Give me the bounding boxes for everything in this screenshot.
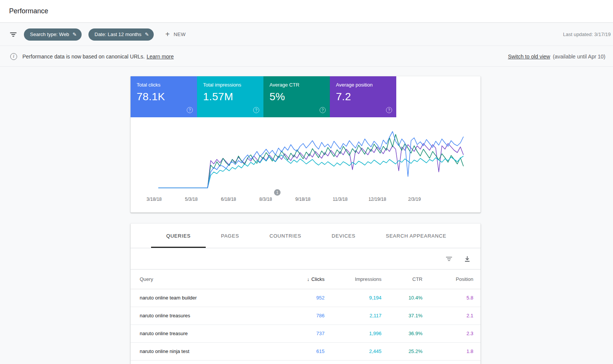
query-cell: naruto online treasures [131,307,268,325]
performance-chart-card: Total clicks 78.1K ? Total impressions 1… [131,76,481,213]
x-axis-label: 12/19/18 [369,197,386,202]
date-range-chip-label: Date: Last 12 months [95,32,142,37]
x-axis-label: 9/18/18 [295,197,310,202]
help-icon[interactable]: ? [253,107,259,113]
metric-label: Total impressions [203,82,263,88]
new-filter-label: NEW [174,32,186,37]
sort-desc-icon: ↓ [307,276,310,282]
app-header: Performance [0,0,613,23]
column-header-query[interactable]: Query [131,269,268,289]
clicks-value: 952 [268,289,325,307]
help-icon[interactable]: ? [320,107,326,113]
metric-label: Average CTR [269,82,330,88]
page-title: Performance [9,7,48,15]
clicks-value: 786 [268,307,325,325]
query-cell: naruto online ninja test [131,342,268,360]
performance-chart: 3/18/185/3/186/18/188/3/189/18/1811/3/18… [131,117,481,213]
x-axis-label: 8/3/18 [259,197,272,202]
clicks-value: 737 [268,325,325,342]
learn-more-link[interactable]: Learn more [147,54,174,60]
metric-value: 5% [269,91,330,103]
info-banner: i Performance data is now based on canon… [0,46,613,67]
x-axis-label: 6/18/18 [221,197,236,202]
ctr-value: 37.1% [381,307,422,325]
impressions-value: 9,194 [325,289,381,307]
plus-icon: + [165,30,170,39]
tab-search-appearance[interactable]: SEARCH APPEARANCE [370,224,462,248]
clicks-value: 615 [268,342,325,360]
table-row[interactable]: naruto online treasures7862,11737.1%2.1 [131,307,481,325]
search-type-chip[interactable]: Search type: Web ✎ [24,28,82,41]
dimensions-table-card: QUERIES PAGES COUNTRIES DEVICES SEARCH A… [131,224,481,364]
position-value: 5.8 [422,289,481,307]
metric-average-position[interactable]: Average position 7.2 ? [330,76,396,117]
impressions-value: 2,117 [325,307,381,325]
metric-label: Average position [336,82,396,88]
chart-annotation-badge[interactable]: 1 [274,189,280,196]
table-row[interactable]: naruto online team builder9529,19410.4%5… [131,289,481,307]
search-console-performance-page: Performance Search type: Web ✎ Date: Las… [0,0,613,364]
column-header-impressions[interactable]: Impressions [325,269,381,289]
new-filter-button[interactable]: + NEW [165,30,186,39]
column-header-ctr[interactable]: CTR [381,269,422,289]
download-icon[interactable] [464,255,471,262]
x-axis-label: 2/3/19 [408,197,421,202]
metric-value: 78.1K [137,91,197,103]
dimension-tabs: QUERIES PAGES COUNTRIES DEVICES SEARCH A… [131,224,481,248]
svg-text:1: 1 [276,191,279,195]
switch-note: (available until Apr 10) [553,54,605,60]
tab-queries[interactable]: QUERIES [151,224,206,248]
metric-value: 1.57M [203,91,263,103]
metric-blocks: Total clicks 78.1K ? Total impressions 1… [131,76,481,117]
switch-to-old-view-link[interactable]: Switch to old view [508,54,550,60]
position-value: 2.3 [422,325,481,342]
ctr-value: 25.2% [381,342,422,360]
queries-table: Query ↓Clicks Impressions CTR Position n… [131,269,481,361]
chart-line-impressions [158,155,463,188]
metric-value: 7.2 [336,91,396,103]
tab-devices[interactable]: DEVICES [317,224,371,248]
table-row[interactable]: naruto online treasure7371,99636.9%2.3 [131,325,481,342]
table-filter-icon[interactable] [446,255,452,262]
impressions-value: 1,996 [325,325,381,342]
position-value: 2.1 [422,307,481,325]
edit-icon: ✎ [145,32,149,37]
x-axis-label: 5/3/18 [185,197,198,202]
column-header-position[interactable]: Position [422,269,481,289]
chart-line-clicks [158,132,463,188]
metric-total-clicks[interactable]: Total clicks 78.1K ? [131,76,197,117]
x-axis-label: 3/18/18 [147,197,162,202]
help-icon[interactable]: ? [386,107,392,113]
info-icon: i [10,53,17,60]
metric-average-ctr[interactable]: Average CTR 5% ? [263,76,330,117]
metric-total-impressions[interactable]: Total impressions 1.57M ? [197,76,263,117]
tab-countries[interactable]: COUNTRIES [254,224,317,248]
tab-pages[interactable]: PAGES [206,224,254,248]
metric-label: Total clicks [137,82,197,88]
column-header-clicks[interactable]: ↓Clicks [268,269,325,289]
edit-icon: ✎ [72,32,77,37]
date-range-chip[interactable]: Date: Last 12 months ✎ [88,28,154,41]
ctr-value: 10.4% [381,289,422,307]
position-value: 1.8 [422,342,481,360]
chart-line-position [158,143,463,188]
table-row[interactable]: naruto online ninja test6152,44525.2%1.8 [131,342,481,360]
query-cell: naruto online team builder [131,289,268,307]
help-icon[interactable]: ? [187,107,193,113]
banner-message: Performance data is now based on canonic… [22,54,145,60]
last-updated-text: Last updated: 3/17/19 [563,32,611,37]
impressions-value: 2,445 [325,342,381,360]
table-header-row: Query ↓Clicks Impressions CTR Position [131,269,481,289]
query-cell: naruto online treasure [131,325,268,342]
search-type-chip-label: Search type: Web [30,32,69,37]
ctr-value: 36.9% [381,325,422,342]
filter-toolbar: Search type: Web ✎ Date: Last 12 months … [0,23,613,46]
filter-list-icon[interactable] [9,31,17,38]
x-axis-label: 11/3/18 [333,197,347,202]
table-toolbar [131,248,481,269]
